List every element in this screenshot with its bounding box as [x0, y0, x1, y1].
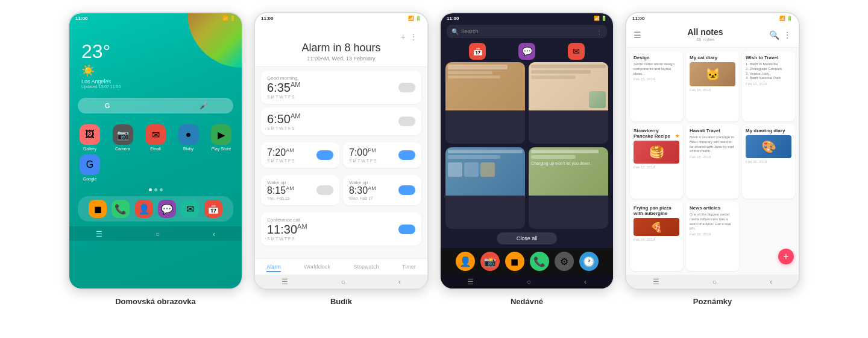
- recent-top-calendar[interactable]: 📅: [469, 43, 486, 60]
- alarm-toggle-4[interactable]: [398, 150, 415, 160]
- dock-messages[interactable]: ◼: [505, 252, 524, 271]
- clock-nav-home[interactable]: ○: [341, 278, 345, 286]
- messages-icon: ◼: [89, 200, 107, 218]
- home-app-grid: 🖼 Gallery 📷 Camera ✉ Email ● Bixby: [69, 113, 242, 181]
- alarm-item-6[interactable]: Wake up 8:30AM Wed, Feb 17: [343, 175, 421, 206]
- app-camera[interactable]: 📷 Camera: [111, 124, 135, 151]
- notes-nav-menu[interactable]: ☰: [653, 278, 659, 286]
- recent-apps-grid: Charging up won't let you down.: [441, 62, 613, 229]
- camera-label: Camera: [115, 147, 130, 151]
- notes-nav-home[interactable]: ○: [712, 278, 717, 286]
- alarm-time-block-4: 7:00PM S M T W T F S: [349, 147, 398, 163]
- note-drawing[interactable]: My drawing diary 🎨 Feb 26, 2019: [742, 124, 795, 199]
- recent-top-chat[interactable]: 💬: [518, 43, 535, 60]
- note-news-date: Feb 22, 2019: [690, 232, 735, 236]
- img-thumb: [448, 162, 462, 177]
- alarm-time-block-3: 7:20AM S M T W T F S: [267, 147, 316, 163]
- notes-status-time: 11:00: [632, 16, 644, 21]
- app-google[interactable]: G Google: [78, 155, 102, 181]
- note-news-title: News articles: [690, 205, 735, 211]
- note-design[interactable]: Design Some notes about design component…: [630, 51, 683, 121]
- notes-title: All notes: [641, 27, 769, 37]
- alarm-toggle-6[interactable]: [398, 185, 415, 195]
- alarm-toggle-1[interactable]: [398, 83, 415, 92]
- nav-home-icon[interactable]: ○: [156, 230, 160, 238]
- note-pizza[interactable]: Frying pan pizza with aubergine 🍕 Feb 24…: [630, 202, 683, 271]
- app-email[interactable]: ✉ Email: [143, 124, 168, 151]
- alarm-item-1[interactable]: Good morning 6:35AM S M T W T F S: [261, 71, 421, 104]
- dock-phone[interactable]: 📞: [109, 200, 132, 218]
- recent-caption: Nedávné: [439, 297, 614, 306]
- clock-device-frame: 11:00 📶 🔋 + ⋮ Alarm in 8 hours 11:00AM, …: [254, 12, 429, 290]
- clock-nav-menu[interactable]: ☰: [281, 278, 288, 286]
- app-playstore[interactable]: ▶ Play Store: [209, 124, 233, 151]
- line: [531, 65, 606, 68]
- card-text-lines: [531, 65, 606, 79]
- nav-back-icon[interactable]: ‹: [213, 230, 215, 238]
- notes-nav-back[interactable]: ‹: [770, 278, 772, 286]
- tab-stopwatch[interactable]: Stopwatch: [354, 264, 379, 272]
- more-icon[interactable]: ⋮: [409, 32, 418, 42]
- note-pancake-title: Strawberry Pancake Recipe★: [634, 128, 679, 139]
- alarm-time-block-1: Good morning 6:35AM S M T W T F S: [267, 75, 398, 99]
- note-hawaii[interactable]: Hawaii Travel Book a vacation package to…: [686, 124, 739, 199]
- recent-nav-menu[interactable]: ☰: [467, 278, 474, 286]
- alarm-toggle-2[interactable]: [398, 116, 415, 126]
- note-pancake[interactable]: Strawberry Pancake Recipe★ 🥞 Feb 12, 201…: [630, 124, 683, 199]
- tab-alarm[interactable]: Alarm: [266, 264, 281, 272]
- fab-add-note-button[interactable]: +: [778, 249, 794, 264]
- dock-calendar[interactable]: 📅: [202, 200, 225, 218]
- dock-contacts[interactable]: 👤: [456, 252, 475, 271]
- recent-search[interactable]: 🔍 Search ⋮: [447, 25, 607, 38]
- note-travel[interactable]: Wish to Travel 1. Banff in Manitoba2. Zh…: [742, 51, 795, 121]
- dock-sms[interactable]: ✉: [178, 200, 201, 218]
- alarm-toggle-3[interactable]: [316, 150, 333, 160]
- app-bixby[interactable]: ● Bixby: [177, 124, 201, 151]
- recent-nav-home[interactable]: ○: [527, 278, 531, 286]
- dock-clock[interactable]: 🕐: [579, 252, 599, 271]
- tab-worldclock[interactable]: Worldclock: [304, 264, 330, 272]
- app-gallery[interactable]: 🖼 Gallery: [78, 124, 102, 151]
- alarm-days-4: S M T W T F S: [349, 159, 398, 163]
- close-all-button[interactable]: Close all: [497, 232, 557, 244]
- dock-chat[interactable]: 💬: [156, 200, 178, 218]
- hamburger-icon[interactable]: ☰: [634, 30, 641, 40]
- alarm-item-7[interactable]: Conference call 11:30AM S M T W T F S: [261, 212, 421, 246]
- recent-top-email[interactable]: ✉: [568, 43, 585, 60]
- alarm-item-4[interactable]: 7:00PM S M T W T F S: [343, 142, 421, 168]
- email-label: Email: [150, 147, 161, 151]
- sun-icon: ☀️: [81, 64, 242, 77]
- clock-nav-back[interactable]: ‹: [398, 278, 401, 286]
- notes-count: 48 notes: [641, 37, 769, 42]
- bixby-label: Bixby: [183, 147, 193, 151]
- recent-card-1[interactable]: [445, 62, 525, 144]
- dock-phone[interactable]: 📞: [530, 252, 549, 271]
- recent-status-bar: 11:00 📶 🔋: [441, 13, 613, 22]
- clock-tabs: Alarm Worldclock Stopwatch Timer: [255, 258, 427, 275]
- more-icon[interactable]: ⋮: [783, 30, 791, 40]
- note-drawing-date: Feb 26, 2019: [746, 160, 791, 164]
- nav-menu-icon[interactable]: ☰: [96, 230, 102, 238]
- search-icon[interactable]: 🔍: [769, 30, 779, 40]
- recent-nav-back[interactable]: ‹: [584, 278, 587, 286]
- recent-card-2[interactable]: [529, 62, 608, 144]
- alarm-item-5[interactable]: Wake up 8:15AM Thu, Feb 19: [261, 175, 339, 206]
- dock-settings[interactable]: ⚙: [555, 252, 574, 271]
- dock-camera[interactable]: 📸: [480, 252, 500, 271]
- note-cat-diary[interactable]: My cat diary 🐱 Feb 16, 2019: [686, 51, 739, 121]
- note-news[interactable]: News articles One of the biggest social …: [686, 202, 739, 271]
- home-search-bar[interactable]: G 🎤: [78, 98, 233, 113]
- alarm-item-2[interactable]: 6:50AM S M T W T F S: [261, 107, 421, 135]
- alarm-time-5: 8:15AM: [267, 185, 316, 196]
- tab-timer[interactable]: Timer: [402, 264, 416, 272]
- dock-messages[interactable]: ◼: [86, 200, 109, 218]
- alarm-toggle-7[interactable]: [398, 225, 415, 234]
- alarm-time-block-6: Wake up 8:30AM Wed, Feb 17: [349, 180, 398, 201]
- alarm-toggle-5[interactable]: [316, 185, 333, 195]
- add-icon[interactable]: +: [401, 32, 406, 42]
- recent-card-3[interactable]: [445, 147, 525, 229]
- line: [531, 75, 576, 79]
- alarm-item-3[interactable]: 7:20AM S M T W T F S: [261, 142, 339, 168]
- dock-contacts[interactable]: 👤: [133, 200, 156, 218]
- recent-card-4[interactable]: Charging up won't let you down.: [529, 147, 608, 229]
